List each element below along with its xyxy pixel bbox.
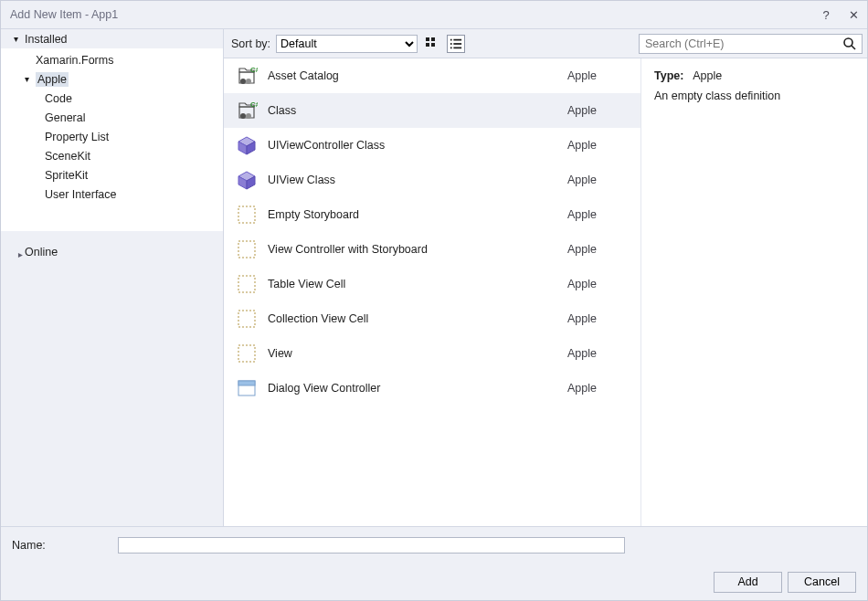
search-wrap: [639, 34, 863, 54]
cancel-button[interactable]: Cancel: [788, 572, 856, 593]
view-small-icons-button[interactable]: [423, 35, 441, 53]
template-name: Empty Storyboard: [260, 208, 567, 221]
sidebar: ▾ Installed Xamarin.Forms ▾ Apple Code G…: [1, 29, 223, 526]
details-type-row: Type: Apple: [654, 69, 854, 82]
svg-line-11: [852, 46, 855, 49]
template-category: Apple: [567, 347, 631, 360]
template-row[interactable]: ViewApple: [224, 336, 640, 371]
template-icon: [233, 273, 260, 295]
svg-rect-4: [450, 38, 452, 40]
template-row[interactable]: View Controller with StoryboardApple: [224, 232, 640, 267]
view-list-button[interactable]: [447, 35, 465, 53]
content: C#Asset CatalogAppleC#ClassAppleUIViewCo…: [224, 58, 867, 526]
template-icon: C#: [233, 100, 260, 121]
dialog-body: ▾ Installed Xamarin.Forms ▾ Apple Code G…: [1, 28, 867, 526]
svg-rect-0: [426, 37, 429, 41]
name-row: Name:: [1, 527, 867, 564]
template-icon: [233, 377, 260, 399]
tree-label: Apple: [36, 72, 69, 87]
help-button[interactable]: ?: [812, 8, 840, 22]
search-icon[interactable]: [842, 37, 857, 51]
svg-rect-26: [238, 276, 255, 292]
template-icon: [233, 134, 260, 156]
tree-label: Online: [25, 246, 58, 258]
search-input[interactable]: [639, 34, 863, 54]
template-name: Class: [260, 104, 567, 117]
template-row[interactable]: Table View CellApple: [224, 267, 640, 301]
template-row[interactable]: Collection View CellApple: [224, 301, 640, 336]
template-name: Collection View Cell: [260, 312, 567, 325]
svg-rect-2: [426, 43, 429, 47]
template-row[interactable]: Dialog View ControllerApple: [224, 371, 640, 406]
tree-node-scenekit[interactable]: SceneKit: [1, 146, 223, 165]
template-category: Apple: [567, 104, 631, 117]
tree-label: Installed: [25, 33, 68, 46]
close-button[interactable]: ✕: [840, 8, 867, 22]
details-type-value: Apple: [693, 69, 722, 82]
sort-by-label: Sort by:: [231, 37, 270, 50]
svg-rect-9: [453, 47, 461, 48]
tree-node-xamarin-forms[interactable]: Xamarin.Forms: [1, 50, 223, 69]
template-icon: [233, 169, 260, 191]
svg-rect-28: [238, 345, 255, 362]
svg-rect-1: [431, 37, 435, 41]
svg-rect-8: [450, 47, 452, 48]
tree-node-property-list[interactable]: Property List: [1, 127, 223, 146]
main-pane: Sort by: Default C: [223, 29, 867, 526]
template-row[interactable]: C#ClassApple: [224, 93, 640, 128]
templates-list: C#Asset CatalogAppleC#ClassAppleUIViewCo…: [224, 58, 640, 526]
template-icon: [233, 238, 260, 260]
svg-rect-7: [453, 43, 461, 45]
svg-rect-5: [453, 38, 461, 40]
tree-node-spritekit[interactable]: SpriteKit: [1, 165, 223, 185]
svg-point-10: [844, 38, 852, 47]
template-row[interactable]: UIView ClassApple: [224, 163, 640, 197]
template-row[interactable]: C#Asset CatalogApple: [224, 58, 640, 93]
name-label: Name:: [12, 539, 112, 552]
tree-node-installed[interactable]: ▾ Installed: [1, 29, 223, 48]
svg-rect-27: [238, 311, 255, 327]
template-icon: [233, 204, 260, 226]
tree-label: General: [45, 111, 85, 124]
tree-node-code[interactable]: Code: [1, 89, 223, 108]
tree-node-online[interactable]: ▾ Online: [1, 242, 223, 261]
titlebar: Add New Item - App1 ? ✕: [1, 1, 867, 28]
template-category: Apple: [567, 312, 631, 325]
template-icon: [233, 343, 260, 364]
template-name: View Controller with Storyboard: [260, 243, 567, 256]
name-input[interactable]: [118, 537, 625, 554]
svg-text:C#: C#: [250, 66, 258, 74]
template-row[interactable]: UIViewController ClassApple: [224, 128, 640, 163]
svg-text:C#: C#: [250, 100, 258, 109]
svg-point-16: [240, 113, 246, 119]
svg-point-14: [246, 79, 251, 84]
sort-by-select[interactable]: Default: [276, 35, 418, 53]
template-category: Apple: [567, 69, 631, 82]
svg-rect-6: [450, 43, 452, 45]
tree-node-general[interactable]: General: [1, 108, 223, 127]
toolbar: Sort by: Default: [224, 29, 867, 58]
details-description: An empty class definition: [654, 90, 854, 102]
template-name: Dialog View Controller: [260, 382, 567, 395]
template-row[interactable]: Empty StoryboardApple: [224, 197, 640, 232]
tree-label: Code: [45, 92, 72, 105]
template-category: Apple: [567, 243, 631, 256]
template-name: Table View Cell: [260, 278, 567, 290]
template-category: Apple: [567, 139, 631, 152]
add-new-item-dialog: Add New Item - App1 ? ✕ ▾ Installed Xama…: [0, 0, 868, 601]
chevron-down-icon: ▾: [14, 34, 25, 44]
tree-label: Property List: [45, 131, 109, 143]
template-name: UIView Class: [260, 174, 567, 186]
button-row: Add Cancel: [1, 564, 867, 600]
tree-label: SpriteKit: [45, 169, 88, 182]
svg-point-13: [240, 79, 246, 84]
tree-node-apple[interactable]: ▾ Apple: [1, 69, 223, 89]
spacer: [1, 231, 223, 242]
template-category: Apple: [567, 174, 631, 186]
template-category: Apple: [567, 278, 631, 290]
tree-node-user-interface[interactable]: User Interface: [1, 185, 223, 204]
template-icon: [233, 308, 260, 330]
template-category: Apple: [567, 382, 631, 395]
add-button[interactable]: Add: [714, 572, 782, 593]
template-name: Asset Catalog: [260, 69, 567, 82]
